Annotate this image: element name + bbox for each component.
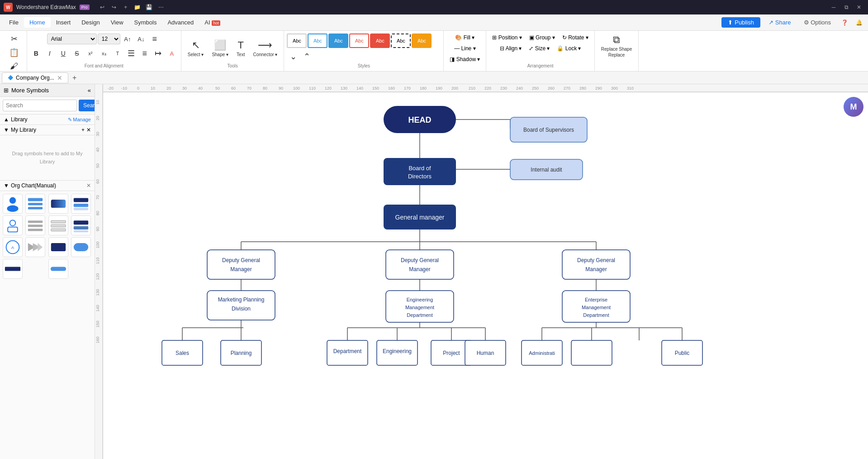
symbol-lines2[interactable]: [48, 215, 68, 235]
bold-button[interactable]: B: [30, 47, 43, 60]
menu-insert[interactable]: Insert: [51, 17, 76, 28]
size-button[interactable]: ⤢ Size ▾: [526, 43, 553, 53]
symbol-bar2[interactable]: [71, 237, 91, 257]
style-swatch-1[interactable]: Abc: [287, 33, 307, 48]
tab-add-button[interactable]: +: [69, 72, 80, 83]
options-button[interactable]: ⚙ Options: [799, 17, 835, 28]
menu-ai[interactable]: AI hot: [199, 17, 225, 28]
symbol-small1[interactable]: A: [3, 237, 23, 257]
shape-button[interactable]: ⬜ Shape ▾: [208, 35, 232, 61]
org-chart-header[interactable]: ▼ Org Chart(Manual) ✕: [0, 181, 95, 191]
lock-button[interactable]: 🔒 Lock ▾: [554, 43, 584, 53]
svg-text:140: 140: [356, 86, 363, 91]
style-swatch-6[interactable]: Abc: [391, 33, 411, 48]
italic-button[interactable]: I: [43, 47, 56, 60]
new-button[interactable]: +: [120, 3, 131, 11]
open-button[interactable]: 📁: [132, 3, 143, 11]
library-header[interactable]: ▲ Library ✎ Manage: [0, 115, 95, 125]
replace-shape-button[interactable]: ⧉ Replace Shape Replace: [598, 33, 636, 59]
search-button[interactable]: Search: [79, 100, 95, 111]
menu-view[interactable]: View: [105, 17, 129, 28]
more-button[interactable]: ⋯: [156, 3, 166, 11]
publish-button[interactable]: ⬆ Publish: [721, 17, 760, 28]
shadow-button[interactable]: ◨ Shadow ▾: [446, 54, 483, 64]
user-avatar[interactable]: M: [844, 97, 863, 117]
symbol-wide1[interactable]: [3, 259, 23, 279]
group-button[interactable]: ▣ Group ▾: [526, 33, 558, 43]
app-name: Wondershare EdrawMax: [16, 4, 76, 10]
position-button[interactable]: ⊞ Position ▾: [489, 33, 525, 43]
font-size-select[interactable]: 12: [98, 33, 120, 44]
cut-button[interactable]: ✂: [8, 33, 20, 45]
font-family-select[interactable]: Arial: [47, 33, 97, 44]
tab-close-button[interactable]: ✕: [57, 74, 62, 81]
copy-button[interactable]: 📋: [8, 46, 20, 59]
style-swatch-7[interactable]: Abc: [412, 33, 432, 48]
symbol-bar1[interactable]: [48, 237, 68, 257]
menu-advanced[interactable]: Advanced: [162, 17, 199, 28]
svg-text:Sales: Sales: [175, 350, 189, 356]
share-button[interactable]: ↗ Share: [764, 17, 796, 28]
fill-button[interactable]: 🎨 Fill ▾: [452, 33, 478, 43]
superscript-button[interactable]: x²: [84, 47, 97, 60]
redo-button[interactable]: ↪: [109, 3, 119, 11]
symbol-list1[interactable]: [25, 194, 45, 214]
restore-button[interactable]: ⧉: [841, 3, 852, 11]
save-button[interactable]: 💾: [144, 3, 155, 11]
paste-button[interactable]: 🖌: [8, 60, 20, 72]
my-library-close-button[interactable]: ✕: [86, 127, 91, 133]
rotate-button[interactable]: ↻ Rotate ▾: [559, 33, 592, 43]
symbol-person2[interactable]: [3, 215, 23, 235]
symbol-person[interactable]: [3, 194, 23, 214]
search-input[interactable]: [3, 100, 77, 111]
menu-home[interactable]: Home: [24, 17, 51, 28]
style-swatch-5[interactable]: Abc: [370, 33, 390, 48]
notification-button[interactable]: 🔔: [854, 19, 864, 27]
style-swatch-2[interactable]: Abc: [308, 33, 327, 48]
undo-button[interactable]: ↩: [97, 3, 108, 11]
org-chart-close-button[interactable]: ✕: [86, 182, 91, 189]
text-style-button[interactable]: T: [111, 47, 124, 60]
align-button[interactable]: ≡: [148, 33, 161, 45]
symbol-chevrons[interactable]: [25, 237, 45, 257]
connector-label: Connector ▾: [253, 52, 277, 57]
strikethrough-button[interactable]: S: [71, 47, 83, 60]
canvas-area[interactable]: -20 -10 0 10 20 30 40 50 60 70 80 90 100…: [95, 84, 868, 459]
menu-symbols[interactable]: Symbols: [129, 17, 162, 28]
panel-collapse-button[interactable]: «: [88, 87, 91, 94]
minimize-button[interactable]: ─: [828, 3, 839, 11]
styles-expand-button[interactable]: ⌄: [287, 50, 299, 63]
line-button[interactable]: — Line ▾: [451, 43, 479, 53]
list2-button[interactable]: ≡: [138, 47, 151, 60]
connector-button[interactable]: ⟶ Connector ▾: [249, 35, 281, 61]
help-button[interactable]: ❓: [839, 19, 850, 27]
subscript-button[interactable]: x₂: [98, 47, 110, 60]
symbol-blue-rect[interactable]: [71, 215, 91, 235]
canvas-content[interactable]: HEAD Board of Supervisors Board of Direc…: [103, 92, 868, 459]
underline-button[interactable]: U: [57, 47, 70, 60]
font-color-button[interactable]: A: [166, 47, 178, 60]
symbol-lines1[interactable]: [25, 215, 45, 235]
text-button[interactable]: T Text: [233, 35, 248, 61]
symbol-gradient1[interactable]: [48, 194, 68, 214]
svg-rect-14: [51, 220, 65, 223]
menu-file[interactable]: File: [4, 17, 24, 28]
close-button[interactable]: ✕: [854, 3, 864, 11]
increase-size-button[interactable]: A↑: [121, 33, 134, 45]
list-button[interactable]: ☰: [125, 47, 138, 60]
select-button[interactable]: ↖ Select ▾: [184, 35, 208, 61]
style-swatch-3[interactable]: Abc: [328, 33, 348, 48]
tab-company-org[interactable]: 🔷 Company Org... ✕: [2, 72, 68, 83]
decrease-size-button[interactable]: A↓: [135, 33, 147, 45]
my-library-header[interactable]: ▼ My Library + ✕: [0, 125, 95, 135]
symbol-gradient2[interactable]: [71, 194, 91, 214]
my-library-add-button[interactable]: +: [81, 127, 85, 133]
indent-button[interactable]: ↦: [152, 47, 165, 60]
styles-collapse-button[interactable]: ⌃: [300, 50, 313, 63]
style-swatch-4[interactable]: Abc: [349, 33, 369, 48]
svg-text:140: 140: [95, 305, 100, 311]
menu-design[interactable]: Design: [76, 17, 105, 28]
manage-button[interactable]: ✎ Manage: [68, 117, 91, 123]
symbol-wide2[interactable]: [48, 259, 68, 279]
align-button[interactable]: ⊟ Align ▾: [497, 43, 525, 53]
